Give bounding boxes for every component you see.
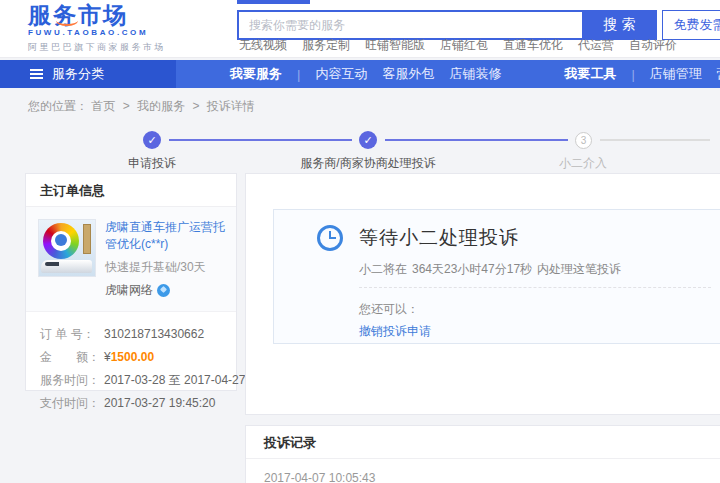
- service-time-label: 服务时间：: [40, 369, 104, 392]
- vendor-name[interactable]: 虎啸网络: [105, 282, 153, 299]
- site-logo[interactable]: 服务市场 FUWU.TAOBAO.COM 阿里巴巴旗下商家服务市场: [28, 3, 166, 54]
- train-graphic: [41, 260, 92, 273]
- step-done-icon: ✓: [359, 131, 377, 149]
- search-tab-indicator: [237, 0, 310, 4]
- countdown-value: 364天23小时47分17秒: [412, 262, 532, 276]
- order-number-label: 订 单 号：: [40, 323, 104, 346]
- quick-link-agent-operation[interactable]: 代运营: [578, 37, 614, 54]
- search-box: 搜索: [237, 10, 657, 40]
- nav-item-shop-decoration[interactable]: 店铺装修: [449, 65, 501, 83]
- quick-link-smart-shop[interactable]: 旺铺智能版: [365, 37, 425, 54]
- nav-item-shop-management[interactable]: 店铺管理: [650, 65, 702, 83]
- step-pending-icon: 3: [575, 132, 592, 149]
- status-title: 等待小二处理投诉: [359, 225, 519, 251]
- order-number-row: 订 单 号： 310218713430662: [40, 323, 222, 346]
- service-category-label: 服务分类: [52, 65, 104, 83]
- withdraw-complaint-link[interactable]: 撤销投诉申请: [359, 323, 431, 340]
- quick-link-ztc-optimize[interactable]: 直通车优化: [503, 37, 563, 54]
- order-details: 订 单 号： 310218713430662 金 额： ¥1500.00 服务时…: [26, 312, 236, 415]
- main-navbar: 服务分类 我要服务 | 内容互动 客服外包 店铺装修 我要工具 | 店铺管理 营…: [0, 60, 720, 88]
- complaint-status-box: 等待小二处理投诉 小二将在364天23小时47分17秒内处理这笔投诉 您还可以：…: [273, 209, 720, 344]
- search-button[interactable]: 搜索: [582, 10, 657, 40]
- step-connector: [169, 139, 352, 141]
- post-demand-button[interactable]: 免费发需求▼: [662, 10, 720, 40]
- amount-value: 1500.00: [111, 350, 154, 364]
- nav-item-content-interaction[interactable]: 内容互动: [315, 65, 367, 83]
- breadcrumb-current: 投诉详情: [207, 99, 255, 113]
- pay-time-row: 支付时间： 2017-03-27 19:45:20: [40, 392, 222, 415]
- breadcrumb: 您的位置： 首页 > 我的服务 > 投诉详情: [28, 98, 255, 115]
- service-category-menu[interactable]: 服务分类: [0, 60, 176, 88]
- quick-links: 无线视频 服务定制 旺铺智能版 店铺红包 直通车优化 代运营 自动评价: [239, 37, 677, 54]
- step-label-apply: 申请投诉: [112, 155, 192, 172]
- countdown-suffix: 内处理这笔投诉: [537, 262, 621, 276]
- quick-link-shop-coupon[interactable]: 店铺红包: [440, 37, 488, 54]
- product-spec: 快速提升基础/30天: [105, 259, 226, 276]
- post-demand-label: 免费发需求: [674, 17, 720, 32]
- hamburger-icon: [30, 67, 43, 81]
- step-connector: [600, 139, 710, 141]
- order-panel-title: 主订单信息: [26, 174, 236, 207]
- logo-domain: FUWU.TAOBAO.COM: [28, 28, 166, 37]
- search-input[interactable]: [237, 10, 582, 40]
- quick-link-wireless-video[interactable]: 无线视频: [239, 37, 287, 54]
- countdown-prefix: 小二将在: [359, 262, 407, 276]
- complaint-status-container: 等待小二处理投诉 小二将在364天23小时47分17秒内处理这笔投诉 您还可以：…: [245, 173, 720, 415]
- product-image[interactable]: [38, 219, 96, 277]
- breadcrumb-separator: >: [192, 99, 199, 113]
- amount-currency-symbol: ¥: [104, 350, 111, 364]
- status-countdown-line: 小二将在364天23小时47分17秒内处理这笔投诉: [359, 261, 621, 278]
- service-time-row: 服务时间： 2017-03-28 至 2017-04-27: [40, 369, 222, 392]
- step-label-negotiate: 服务商/商家协商处理投诉: [268, 155, 468, 172]
- product-summary: 虎啸直通车推广运营托管优化(c**r) 快速提升基础/30天 虎啸网络: [26, 207, 236, 312]
- nav-item-my-tools[interactable]: 我要工具: [564, 65, 616, 83]
- product-name-link[interactable]: 虎啸直通车推广运营托管优化(c**r): [105, 219, 226, 253]
- product-logo-core: [55, 234, 67, 246]
- nav-menu: 我要服务 | 内容互动 客服外包 店铺装修 我要工具 | 店铺管理 营销工具 数…: [176, 60, 720, 88]
- dashed-divider: [359, 287, 711, 288]
- logo-tagline: 阿里巴巴旗下商家服务市场: [28, 41, 166, 54]
- top-header: 服务市场 FUWU.TAOBAO.COM 阿里巴巴旗下商家服务市场 搜索 免费发…: [0, 0, 720, 58]
- vendor-badge-icon: [157, 284, 170, 297]
- nav-separator: |: [297, 67, 300, 82]
- nav-item-customer-service[interactable]: 客服外包: [382, 65, 434, 83]
- quick-link-auto-review[interactable]: 自动评价: [629, 37, 677, 54]
- order-info-panel: 主订单信息 虎啸直通车推广运营托管优化(c**r) 快速提升基础/30天 虎啸网…: [25, 173, 237, 391]
- records-panel-title: 投诉记录: [246, 426, 720, 459]
- order-number-value: 310218713430662: [104, 323, 204, 346]
- breadcrumb-my-services[interactable]: 我的服务: [137, 99, 185, 113]
- amount-row: 金 额： ¥1500.00: [40, 346, 222, 369]
- breadcrumb-home[interactable]: 首页: [91, 99, 115, 113]
- breadcrumb-prefix: 您的位置：: [28, 99, 88, 113]
- step-done-icon: ✓: [143, 131, 161, 149]
- pay-time-value: 2017-03-27 19:45:20: [104, 392, 215, 415]
- clock-icon: [317, 225, 343, 251]
- complaint-progress-steps: ✓ ✓ 3 申请投诉 服务商/商家协商处理投诉 小二介入: [0, 125, 720, 173]
- quick-link-service-custom[interactable]: 服务定制: [302, 37, 350, 54]
- nav-item-my-services[interactable]: 我要服务: [230, 65, 282, 83]
- step-label-arbitration: 小二介入: [543, 155, 623, 172]
- logo-title: 服务市场: [28, 3, 166, 27]
- record-timestamp: 2017-04-07 10:05:43: [246, 459, 720, 483]
- product-info: 虎啸直通车推广运营托管优化(c**r) 快速提升基础/30天 虎啸网络: [105, 219, 226, 299]
- product-banner-strip: [83, 224, 91, 254]
- breadcrumb-separator: >: [123, 99, 130, 113]
- service-time-value: 2017-03-28 至 2017-04-27: [104, 369, 245, 392]
- product-vendor: 虎啸网络: [105, 282, 226, 299]
- complaint-records-panel: 投诉记录 2017-04-07 10:05:43: [245, 425, 720, 483]
- step-connector: [385, 139, 568, 141]
- nav-separator: |: [631, 67, 634, 82]
- amount-label: 金 额：: [40, 346, 104, 369]
- status-hint: 您还可以：: [359, 301, 419, 318]
- pay-time-label: 支付时间：: [40, 392, 104, 415]
